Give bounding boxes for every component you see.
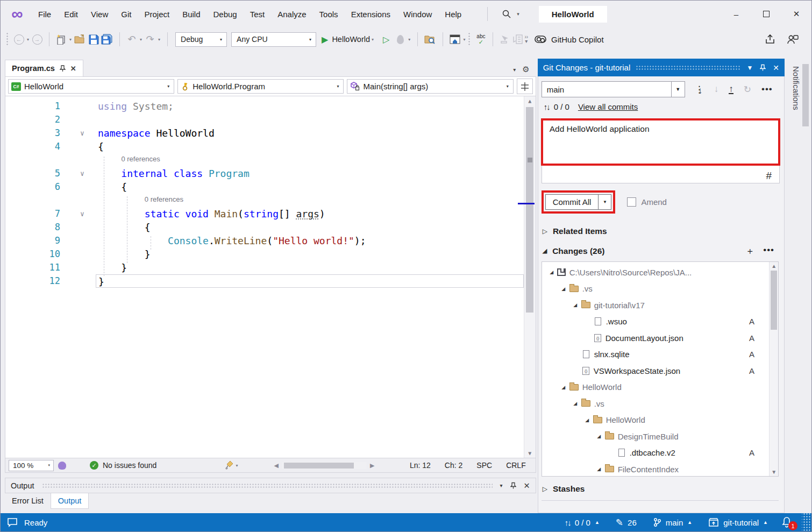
scrollbar-thumb[interactable] [771,271,777,330]
window-position-caret-icon[interactable]: ▼ [746,64,753,72]
expanded-icon[interactable]: ◢ [558,286,569,292]
pin-tab-icon[interactable] [60,65,66,72]
work-item-hash-icon[interactable]: # [766,170,772,182]
project-dropdown[interactable]: C# HelloWorld ▾ [8,79,174,94]
pin-panel-icon[interactable] [510,482,516,490]
hot-reload-button[interactable] [394,32,407,47]
tree-scrollbar[interactable]: ▲ ▼ [769,262,778,476]
scroll-up-icon[interactable]: ▲ [524,98,536,104]
changes-more-icon[interactable]: ••• [763,245,774,257]
menu-file[interactable]: File [32,6,58,22]
fold-chevron-icon[interactable]: ∨ [69,167,96,180]
output-panel-header[interactable]: Output ▾ ✕ [5,478,536,493]
pending-changes-button[interactable]: ✎ 26 [608,513,645,531]
scroll-up-icon[interactable]: ▲ [770,263,778,269]
menu-analyze[interactable]: Analyze [271,6,312,22]
start-debugging-caret-icon[interactable]: ▾ [370,37,375,42]
menu-help[interactable]: Help [438,6,468,22]
view-all-commits-link[interactable]: View all commits [578,102,638,111]
sync-commits-button[interactable]: ↑↓ 0 / 0 ▲ [557,513,608,531]
undo-button[interactable]: ↶ [125,32,138,47]
solution-explorer-button[interactable] [448,32,461,47]
panel-drag-texture[interactable] [636,65,741,70]
document-health-icon[interactable] [58,462,66,470]
type-dropdown[interactable]: HelloWorld.Program ▾ [177,79,344,94]
column-indicator[interactable]: Ch: 2 [445,461,462,470]
scroll-down-icon[interactable]: ▼ [770,469,778,475]
panel-tab-output[interactable]: Output [51,493,89,509]
tree-row[interactable]: ◢.vs [542,281,768,297]
close-button[interactable]: ✕ [781,1,811,27]
new-project-caret-icon[interactable]: ▾ [68,37,73,42]
tree-row[interactable]: ◢.vs [542,395,768,412]
panel-drag-texture[interactable] [42,483,493,488]
commit-message-box[interactable]: Add HelloWorld application # [542,119,780,183]
commit-message-text[interactable]: Add HelloWorld application [542,119,779,139]
menu-build[interactable]: Build [176,6,206,22]
spaces-indicator[interactable]: SPC [476,461,492,470]
line-ending-indicator[interactable]: CRLF [506,461,526,470]
refresh-icon[interactable]: ↻ [744,84,751,95]
stashes-section[interactable]: ▷ Stashes [542,480,779,501]
hot-reload-caret-icon[interactable]: ▾ [407,37,412,42]
live-share-button[interactable] [765,34,777,45]
redo-button[interactable]: ↷ [144,32,156,47]
menu-project[interactable]: Project [138,6,176,22]
maximize-button[interactable] [751,1,781,27]
git-changes-header[interactable]: Git Changes - git-tutorial ▼ ✕ [538,59,785,76]
scroll-right-icon[interactable]: ▶ [370,462,374,469]
collapsed-icon[interactable]: ▷ [543,228,547,235]
menu-view[interactable]: View [84,6,115,22]
feedback-icon[interactable] [7,517,18,528]
codelens-references[interactable]: 0 references [96,153,524,167]
tree-row[interactable]: .wsuoA [542,314,768,330]
expanded-icon[interactable]: ◢ [543,247,547,254]
related-items-section[interactable]: ▷ Related Items [542,222,780,240]
tab-options-gear-icon[interactable]: ⚙ [522,65,529,74]
search-icon[interactable] [502,9,511,19]
tree-row[interactable]: slnx.sqliteA [542,346,768,363]
scroll-down-icon[interactable]: ▼ [524,450,536,456]
toolbar-grip[interactable] [6,32,9,46]
spell-checker-button[interactable]: abc✓ [474,32,487,47]
current-branch-button[interactable]: main ▲ [645,513,700,531]
branch-selector[interactable]: main [542,81,672,97]
menu-test[interactable]: Test [244,6,272,22]
tree-row[interactable]: ◢DesignTimeBuild [542,428,768,445]
tab-list-caret-icon[interactable]: ▾ [513,67,516,73]
close-tab-icon[interactable]: ✕ [70,65,76,73]
fold-chevron-icon[interactable]: ∨ [69,126,96,140]
expanded-icon[interactable]: ◢ [570,401,581,406]
amend-label[interactable]: Amend [641,197,667,207]
new-project-button[interactable] [55,32,68,47]
notifications-button[interactable]: 1 [776,516,801,528]
health-status-label[interactable]: No issues found [103,461,156,470]
navigate-forward-button[interactable]: → [31,32,44,47]
code-cleanup-button[interactable]: ▾ [224,460,239,470]
expanded-icon[interactable]: ◢ [558,385,569,390]
minimize-button[interactable]: – [721,1,751,27]
scrollbar-thumb[interactable] [526,107,533,313]
startup-project-label[interactable]: HelloWorld [332,35,370,44]
open-folder-button[interactable] [73,32,87,47]
no-issues-icon[interactable]: ✓ [90,461,98,470]
undo-caret-icon[interactable]: ▾ [138,37,144,42]
solution-platform-combo[interactable]: Any CPU ▾ [231,32,316,47]
menu-extensions[interactable]: Extensions [345,6,397,22]
panel-tab-error-list[interactable]: Error List [5,493,51,508]
push-icon[interactable]: ↑ [729,85,733,94]
fold-chevron-icon[interactable]: ∨ [69,207,96,221]
document-outline-button[interactable] [511,32,524,47]
solution-explorer-caret-icon[interactable]: ▾ [461,37,467,42]
tree-row[interactable]: ◢FileContentIndex [542,461,768,477]
changes-section[interactable]: ◢ Changes (26) ＋ ••• [542,240,780,261]
menu-window[interactable]: Window [397,6,438,22]
select-element-button[interactable] [498,32,511,47]
zoom-combo[interactable]: 100 % ▾ [9,460,54,471]
close-panel-icon[interactable]: ✕ [773,63,779,72]
start-without-debugging-icon[interactable]: ▷ [383,34,389,45]
account-button[interactable] [786,34,799,45]
commit-all-caret-icon[interactable]: ▼ [599,194,611,210]
window-position-caret-icon[interactable]: ▾ [500,483,503,488]
solution-configuration-combo[interactable]: Debug ▾ [175,32,227,47]
